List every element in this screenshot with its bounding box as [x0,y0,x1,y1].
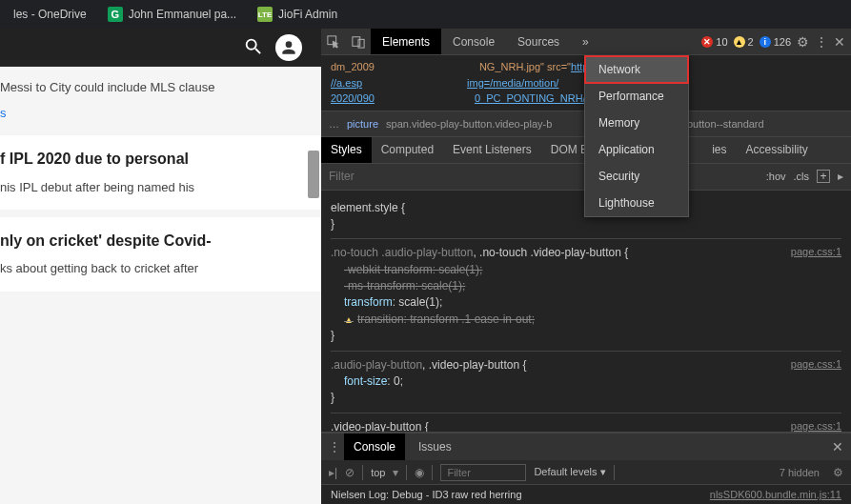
styles-filter-input[interactable] [329,170,759,183]
lte-icon: LTE [257,7,273,22]
article-title: f IPL 2020 due to personal [0,149,310,170]
article-subtitle: ks about getting back to cricket after [0,260,310,277]
tab-more[interactable]: » [571,29,600,54]
clear-console-icon[interactable]: ⊘ [345,466,355,479]
subtab-computed[interactable]: Computed [372,137,443,163]
menu-item-lighthouse[interactable]: Lighthouse [585,190,688,216]
article-subtitle: nis IPL debut after being named his [0,179,310,196]
subtab-styles[interactable]: Styles [321,137,372,163]
drawer-tab-console[interactable]: Console [344,433,405,460]
device-toggle-icon[interactable] [346,30,371,54]
tab-label: JioFi Admin [278,8,337,21]
menu-item-network[interactable]: Network [585,56,688,83]
console-toolbar: ▸| ⊘ top ▾ ◉ Default levels ▾ 7 hidden ⚙ [321,460,851,485]
drawer-tab-issues[interactable]: Issues [409,433,461,460]
source-link[interactable]: page.css:1 [791,357,841,373]
warning-count[interactable]: ▲2 [734,36,754,48]
source-link[interactable]: page.css:1 [791,419,841,432]
tab-console[interactable]: Console [441,29,506,54]
close-icon[interactable]: ✕ [834,34,845,50]
css-rule-block[interactable]: .audio-play-button, .video-play-button {… [331,351,841,413]
css-selector[interactable]: .no-touch .audio-play-button, .no-touch … [331,245,841,261]
gear-icon[interactable]: ⚙ [797,34,809,50]
tab-sources[interactable]: Sources [506,29,571,54]
drawer-close-icon[interactable]: ✕ [832,439,843,454]
sheets-icon: G [108,7,123,22]
chevron-right-icon[interactable]: ▸ [838,170,843,183]
svg-rect-1 [353,36,360,46]
article-card[interactable]: f IPL 2020 due to personal nis IPL debut… [0,135,321,210]
browser-tab[interactable]: LTE JioFi Admin [248,0,347,29]
menu-item-security[interactable]: Security [585,163,688,190]
subtab-properties[interactable]: ies [702,137,736,163]
breadcrumb-node[interactable]: picture [347,118,378,130]
css-declaration[interactable]: -ms-transform: scale(1); [344,278,841,294]
browser-tab-strip: les - OneDrive G John Emmanuel pa... LTE… [0,0,851,29]
browser-tab[interactable]: les - OneDrive [4,0,96,29]
log-levels-dropdown[interactable]: Default levels ▾ [534,466,605,478]
css-declaration[interactable]: -webkit-transform: scale(1); [344,262,841,278]
css-selector[interactable]: .video-play-button { [331,419,841,432]
subtab-event-listeners[interactable]: Event Listeners [443,137,541,163]
subtab-accessibility[interactable]: Accessibility [736,137,817,163]
drawer-kebab-icon[interactable]: ⋮ [329,440,340,454]
cls-toggle[interactable]: .cls [794,171,810,182]
tab-label: les - OneDrive [13,8,87,21]
search-icon[interactable] [243,36,264,60]
profile-icon[interactable] [275,34,302,61]
browser-tab[interactable]: G John Emmanuel pa... [98,0,246,29]
breadcrumb-ellipsis[interactable]: … [329,118,339,130]
source-link[interactable]: page.css:1 [791,245,841,260]
hov-toggle[interactable]: :hov [766,171,786,182]
css-declaration[interactable]: transform: scale(1); [344,294,841,311]
log-source-link[interactable]: nlsSDK600.bundle.min.js:11 [710,489,841,500]
devtools-toolbar: Elements Console Sources » ✕10 ▲2 i126 ⚙… [321,29,851,55]
console-log-line[interactable]: Nielsen Log: Debug - ID3 raw red herring… [321,485,851,504]
breadcrumb-node[interactable]: span.video-play-button.video-play-b [386,118,552,130]
page-content: Messi to City could include MLS clause s… [0,29,321,504]
console-sidebar-toggle-icon[interactable]: ▸| [329,466,337,479]
css-selector[interactable]: .audio-play-button, .video-play-button { [331,357,841,373]
menu-item-performance[interactable]: Performance [585,83,688,110]
execution-context[interactable]: top [371,467,385,478]
live-expression-icon[interactable]: ◉ [415,466,424,479]
article-caption: Messi to City could include MLS clause [0,67,321,98]
link-stub[interactable]: s [0,98,321,128]
console-filter-input[interactable] [440,464,526,481]
error-count[interactable]: ✕10 [701,36,727,48]
log-message: Nielsen Log: Debug - ID3 raw red herring [331,489,522,500]
kebab-icon[interactable]: ⋮ [815,34,828,50]
menu-item-application[interactable]: Application [585,136,688,163]
new-style-rule-icon[interactable]: + [817,170,830,183]
site-header [0,29,321,67]
scrollbar-thumb[interactable] [308,151,319,198]
css-rule-block[interactable]: .no-touch .audio-play-button, .no-touch … [331,238,841,350]
gear-icon[interactable]: ⚙ [833,466,843,479]
css-declaration[interactable]: ▲transition: transform .1 ease-in-out; [344,312,841,328]
inspect-icon[interactable] [321,30,346,54]
article-title: nly on cricket' despite Covid- [0,231,310,252]
menu-item-memory[interactable]: Memory [585,110,688,136]
drawer-tabs: ⋮ Console Issues ✕ [321,433,851,460]
css-declaration[interactable]: font-size: 0; [344,373,841,390]
tab-label: John Emmanuel pa... [129,8,236,21]
css-rule-block[interactable]: .video-play-button {page.css:1cursor: po… [331,413,841,432]
article-card[interactable]: nly on cricket' despite Covid- ks about … [0,217,321,292]
styles-rules-panel[interactable]: element.style {}.no-touch .audio-play-bu… [321,191,851,433]
tab-elements[interactable]: Elements [371,29,441,54]
console-drawer: ⋮ Console Issues ✕ ▸| ⊘ top ▾ ◉ Default … [321,432,851,504]
more-tabs-menu: Network Performance Memory Application S… [584,55,689,217]
info-count[interactable]: i126 [760,36,791,48]
hidden-messages-count[interactable]: 7 hidden [780,467,820,478]
